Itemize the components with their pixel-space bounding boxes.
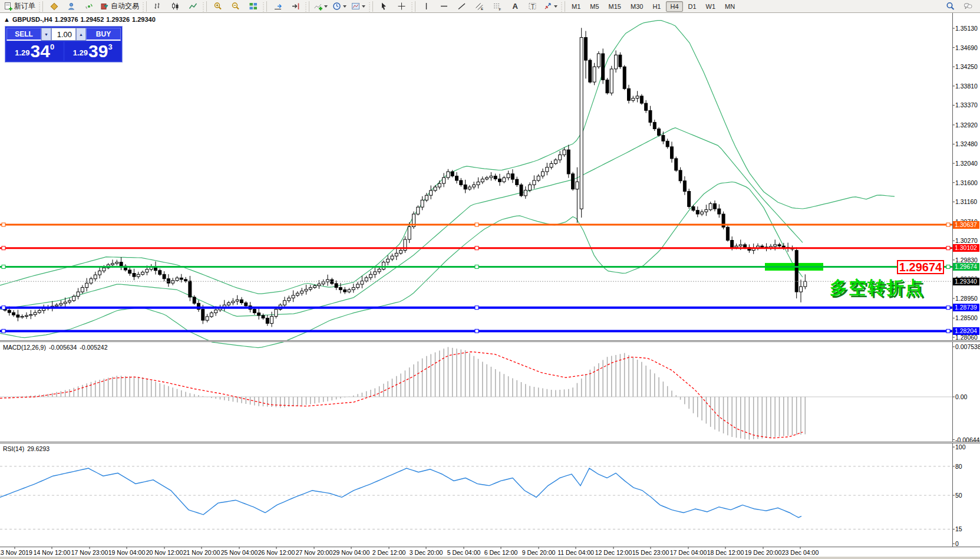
- candle: [757, 244, 760, 251]
- resistance-line-red-handle[interactable]: [946, 246, 950, 250]
- candle: [266, 315, 269, 325]
- candle: [42, 305, 45, 314]
- pivot-line-green-handle[interactable]: [2, 265, 5, 268]
- price-tick: 1.31600: [955, 179, 978, 186]
- support-line-blue-upper-handle[interactable]: [2, 306, 5, 310]
- candle: [632, 96, 635, 103]
- candle: [653, 120, 656, 131]
- chart-annotation-text[interactable]: 多空转折点: [830, 276, 924, 300]
- candle: [335, 281, 338, 290]
- macd-signal-line: [0, 352, 803, 438]
- collapse-marker-icon[interactable]: ▲: [4, 16, 10, 23]
- macd-tick: 0.007538: [955, 343, 980, 350]
- candle: [546, 163, 549, 175]
- resistance-line-red-handle[interactable]: [2, 246, 5, 250]
- candle: [696, 206, 699, 217]
- support-line-blue-lower-handle[interactable]: [2, 329, 5, 333]
- sell-price-pip: 0: [50, 42, 54, 51]
- candle: [141, 271, 144, 276]
- candle: [38, 309, 41, 314]
- mt4-window: 新订单自动交易EFATM1M5M15M30H1H4D1W1MN ▲GBPUSD-…: [0, 0, 980, 559]
- candle: [675, 157, 678, 172]
- rsi-tick: 0: [955, 540, 959, 547]
- candle: [184, 277, 187, 283]
- volume-up-button[interactable]: ▲: [76, 28, 86, 41]
- pivot-line-green-handle[interactable]: [475, 265, 479, 268]
- candle: [714, 200, 717, 211]
- rsi-line: [0, 468, 801, 518]
- candle: [421, 196, 424, 211]
- pane-splitter-rsi[interactable]: [0, 442, 980, 443]
- candle: [688, 189, 691, 209]
- candle: [456, 172, 458, 183]
- resistance-line-orange-handle[interactable]: [946, 223, 950, 226]
- buy-button[interactable]: BUY: [86, 28, 121, 41]
- price-tick: 1.32040: [955, 160, 978, 167]
- candle: [597, 51, 600, 69]
- candle: [795, 247, 798, 298]
- candle: [585, 31, 588, 79]
- candle: [81, 285, 84, 294]
- buy-price-display[interactable]: 1.29 39 3: [65, 42, 121, 61]
- candle: [116, 260, 118, 266]
- candle: [507, 171, 510, 180]
- price-badge-1.28739: 1.28739: [953, 304, 979, 311]
- candle: [206, 314, 209, 322]
- candle: [537, 174, 540, 182]
- volume-down-button[interactable]: ▼: [41, 28, 51, 41]
- candle: [348, 288, 351, 293]
- support-line-blue-upper-handle[interactable]: [475, 306, 479, 310]
- candle: [150, 264, 153, 271]
- candle: [636, 91, 639, 102]
- candle: [326, 275, 329, 286]
- candle: [309, 285, 312, 291]
- candle: [296, 291, 299, 297]
- candle: [68, 298, 71, 304]
- rsi-tick: 50: [955, 492, 962, 499]
- pivot-line-green-handle[interactable]: [946, 265, 950, 268]
- candle: [404, 236, 407, 253]
- candle: [262, 314, 265, 320]
- candle: [382, 261, 385, 271]
- pane-splitter-macd[interactable]: [0, 340, 980, 342]
- candle: [671, 142, 674, 162]
- candle: [615, 51, 618, 73]
- support-line-blue-upper-handle[interactable]: [946, 306, 950, 310]
- candle: [559, 151, 562, 163]
- candle: [726, 225, 729, 241]
- candle: [29, 310, 32, 319]
- candle: [572, 172, 575, 191]
- candle: [236, 295, 239, 305]
- candle: [374, 267, 377, 278]
- macd-name: MACD(12,26,9): [3, 344, 46, 351]
- price-tick: 1.34690: [955, 44, 978, 51]
- candle: [602, 48, 605, 84]
- buy-price-big: 39: [88, 43, 108, 60]
- candle: [524, 186, 527, 199]
- volume-input[interactable]: 1.00: [51, 28, 76, 41]
- price-tick: 1.30270: [955, 237, 978, 244]
- current-price-badge: 1.29340: [953, 278, 979, 285]
- ohlc-open: 1.29376: [55, 16, 78, 23]
- ohlc-low: 1.29326: [106, 16, 130, 23]
- resistance-line-orange-handle[interactable]: [475, 223, 479, 226]
- resistance-line-red-handle[interactable]: [475, 246, 479, 250]
- candle: [369, 271, 372, 280]
- candle: [51, 301, 54, 311]
- sell-price-display[interactable]: 1.29 34 0: [6, 42, 63, 61]
- support-line-blue-lower-handle[interactable]: [475, 329, 479, 333]
- resistance-line-orange-handle[interactable]: [2, 223, 5, 226]
- rsi-value: 29.6293: [27, 445, 50, 452]
- price-tick: 1.32480: [955, 140, 978, 147]
- sell-button[interactable]: SELL: [6, 28, 41, 41]
- candle: [494, 174, 497, 181]
- candle: [352, 284, 355, 293]
- macd-label: MACD(12,26,9)-0.005634-0.005242: [3, 344, 111, 351]
- candle: [197, 300, 200, 312]
- candle: [77, 288, 80, 300]
- price-annotation-box[interactable]: 1.29674: [897, 260, 944, 274]
- buy-price-pip: 3: [108, 42, 112, 51]
- candle: [443, 173, 446, 187]
- support-line-blue-lower-handle[interactable]: [946, 329, 950, 333]
- price-tick: 1.28500: [955, 314, 978, 321]
